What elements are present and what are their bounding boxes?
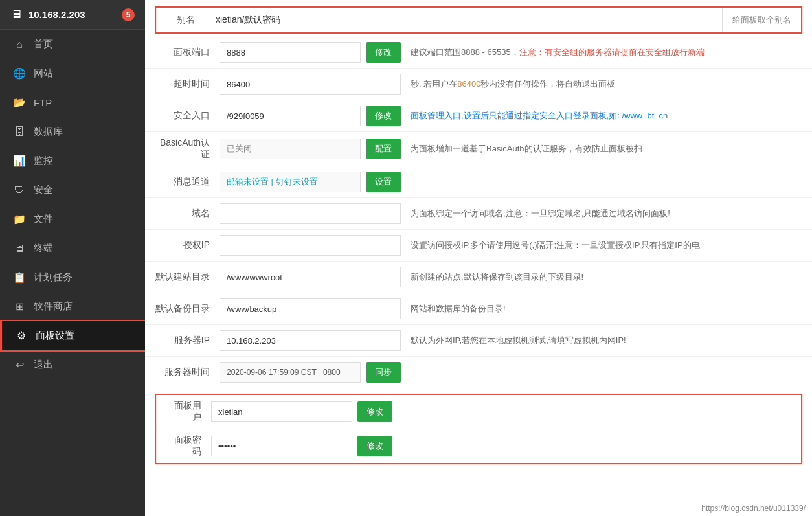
appstore-icon: ⊞ [13,300,26,313]
server-ip-desc: 默认为外网IP,若您在本地虚拟机测试,请填写虚拟机内网IP! [401,335,802,346]
settings-icon: ⚙ [15,330,28,342]
server-time-value: 同步 [220,362,401,383]
domain-row: 域名 为面板绑定一个访问域名;注意：一旦绑定域名,只能通过域名访问面板! [145,198,812,230]
panel-port-desc: 建议端口范围8888 - 65535，注意：有安全组的服务器请提前在安全组放行新… [401,47,802,58]
server-ip-value [220,330,401,351]
sidebar-item-terminal-label: 终端 [34,242,53,254]
sidebar-item-tasks[interactable]: 📋 计划任务 [0,263,145,292]
sidebar-item-database-label: 数据库 [34,126,63,138]
server-time-row: 服务器时间 同步 [145,357,812,388]
default-backup-dir-desc: 网站和数据库的备份目录! [401,303,802,315]
sidebar-item-website[interactable]: 🌐 网站 [0,59,145,88]
alias-hint: 给面板取个别名 [722,8,801,32]
website-icon: 🌐 [13,67,26,80]
domain-input[interactable] [220,203,401,224]
panel-password-input[interactable] [211,436,352,456]
msg-channel-label: 消息通道 [155,176,220,188]
default-backup-dir-value [220,298,401,319]
auth-ip-value [220,235,401,256]
security-entry-desc: 面板管理入口,设置后只能通过指定安全入口登录面板,如: /www_bt_cn [401,110,802,122]
default-site-dir-input[interactable] [220,267,401,287]
server-ip-row: 服务器IP 默认为外网IP,若您在本地虚拟机测试,请填写虚拟机内网IP! [145,325,812,357]
basicauth-row: BasicAuth认证 配置 为面板增加一道基于BasicAuth的认证服务，有… [145,132,812,166]
default-site-dir-value [220,267,401,287]
alias-label: 别名 [156,8,208,32]
sidebar-item-appstore-label: 软件商店 [34,300,73,313]
security-entry-input[interactable] [220,106,361,126]
panel-password-modify-button[interactable]: 修改 [357,436,392,456]
panel-port-input[interactable] [220,42,361,63]
timeout-input[interactable] [220,74,401,95]
security-icon: 🛡 [13,185,26,196]
ftp-icon: 📂 [13,96,26,109]
notification-badge: 5 [122,8,135,21]
sidebar-item-security[interactable]: 🛡 安全 [0,175,145,205]
panel-password-input-wrap: 修改 [211,436,392,456]
domain-desc: 为面板绑定一个访问域名;注意：一旦绑定域名,只能通过域名访问面板! [401,208,802,219]
auth-ip-label: 授权IP [155,240,220,251]
tasks-icon: 📋 [13,271,26,284]
terminal-icon: 🖥 [13,243,26,254]
sidebar-item-monitor-label: 监控 [34,155,53,167]
sidebar-item-files-label: 文件 [34,213,53,225]
basicauth-label: BasicAuth认证 [155,137,220,161]
auth-ip-row: 授权IP 设置访问授权IP,多个请使用逗号(,)隔开;注意：一旦设置授权IP,只… [145,230,812,262]
default-site-dir-label: 默认建站目录 [155,271,220,283]
panel-user-modify-button[interactable]: 修改 [357,401,392,422]
sidebar-item-home[interactable]: ⌂ 首页 [0,30,145,59]
settings-container: 别名 给面板取个别名 面板端口 修改 建议端口范围8888 - 65535，注意… [145,6,812,464]
panel-password-row: 面板密码 修改 [156,429,801,463]
default-backup-dir-input[interactable] [220,298,401,319]
security-entry-row: 安全入口 修改 面板管理入口,设置后只能通过指定安全入口登录面板,如: /www… [145,100,812,132]
sidebar-item-monitor[interactable]: 📊 监控 [0,146,145,175]
security-entry-modify-button[interactable]: 修改 [366,106,401,126]
alias-section: 别名 给面板取个别名 [155,6,802,34]
sidebar-item-ftp[interactable]: 📂 FTP [0,88,145,117]
default-site-dir-row: 默认建站目录 新创建的站点,默认将保存到该目录的下级目录! [145,262,812,293]
timeout-label: 超时时间 [155,78,220,90]
panel-port-modify-button[interactable]: 修改 [366,42,401,63]
basicauth-input [220,139,361,159]
sidebar-item-home-label: 首页 [34,38,53,50]
timeout-desc: 秒, 若用户在86400秒内没有任何操作，将自动退出面板 [401,78,802,90]
server-title: 10.168.2.203 [28,9,115,20]
database-icon: 🗄 [13,126,26,138]
msg-channel-value: 邮箱未设置 | 钉钉未设置 设置 [220,172,401,192]
main-content: 别名 给面板取个别名 面板端口 修改 建议端口范围8888 - 65535，注意… [145,0,812,516]
panel-user-input[interactable] [211,401,352,422]
alias-input[interactable] [208,10,722,30]
panel-user-label: 面板用户 [166,400,211,423]
home-icon: ⌂ [13,39,26,50]
sidebar-item-settings-label: 面板设置 [36,330,74,342]
default-site-dir-desc: 新创建的站点,默认将保存到该目录的下级目录! [401,271,802,283]
auth-ip-input[interactable] [220,235,401,256]
basicauth-value: 配置 [220,139,401,159]
sidebar-item-security-label: 安全 [34,184,53,196]
sidebar-item-website-label: 网站 [34,67,53,80]
msg-channel-settings-button[interactable]: 设置 [366,172,401,192]
timeout-value [220,74,401,95]
sidebar-item-files[interactable]: 📁 文件 [0,205,145,234]
sidebar: 🖥 10.168.2.203 5 ⌂ 首页 🌐 网站 📂 FTP 🗄 数据库 📊… [0,0,145,516]
default-backup-dir-label: 默认备份目录 [155,303,220,315]
files-icon: 📁 [13,213,26,225]
settings-table: 面板端口 修改 建议端口范围8888 - 65535，注意：有安全组的服务器请提… [145,37,812,388]
msg-channel-row: 消息通道 邮箱未设置 | 钉钉未设置 设置 [145,166,812,198]
server-time-sync-button[interactable]: 同步 [366,362,401,383]
sidebar-item-terminal[interactable]: 🖥 终端 [0,234,145,263]
panel-port-row: 面板端口 修改 建议端口范围8888 - 65535，注意：有安全组的服务器请提… [145,37,812,69]
auth-ip-desc: 设置访问授权IP,多个请使用逗号(,)隔开;注意：一旦设置授权IP,只有指定IP… [401,240,802,251]
basicauth-config-button[interactable]: 配置 [366,139,401,159]
panel-user-row: 面板用户 修改 [156,395,801,429]
sidebar-item-settings[interactable]: ⚙ 面板设置 [0,321,145,350]
panel-port-label: 面板端口 [155,47,220,58]
default-backup-dir-row: 默认备份目录 网站和数据库的备份目录! [145,293,812,325]
sidebar-item-appstore[interactable]: ⊞ 软件商店 [0,292,145,321]
sidebar-item-database[interactable]: 🗄 数据库 [0,117,145,146]
server-time-label: 服务器时间 [155,366,220,378]
server-time-input [220,362,361,383]
sidebar-item-logout[interactable]: ↩ 退出 [0,350,145,379]
sidebar-item-logout-label: 退出 [34,359,53,371]
panel-port-value: 修改 [220,42,401,63]
server-ip-input[interactable] [220,330,401,351]
